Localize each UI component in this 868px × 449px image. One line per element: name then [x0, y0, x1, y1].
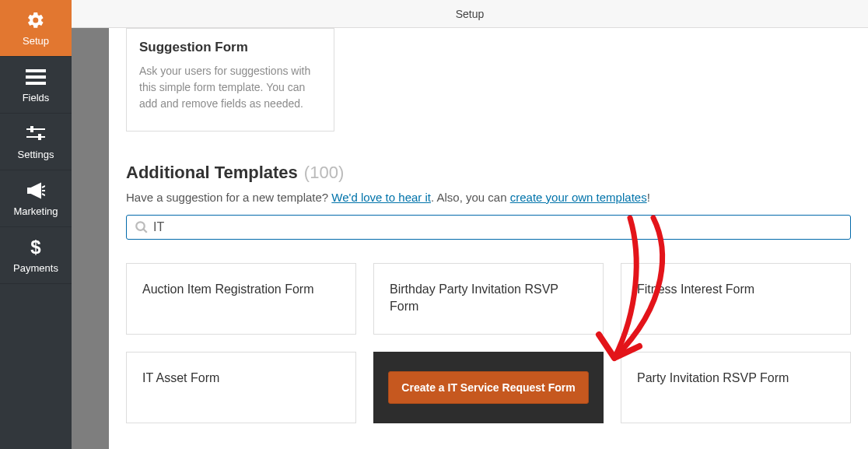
- bullhorn-icon: [26, 181, 45, 201]
- page-title: Setup: [456, 8, 485, 20]
- section-heading: Additional Templates: [126, 163, 298, 183]
- svg-line-9: [143, 229, 147, 233]
- suggest-link[interactable]: We'd love to hear it: [331, 191, 431, 204]
- additional-templates-header: Additional Templates (100): [126, 163, 851, 183]
- template-name: Birthday Party Invitation RSVP Form: [390, 281, 587, 316]
- template-search-box[interactable]: [126, 215, 851, 240]
- template-name: Party Invitation RSVP Form: [637, 370, 789, 387]
- content-area: Suggestion Form Ask your users for sugge…: [109, 28, 868, 449]
- gear-icon: [26, 10, 45, 30]
- create-template-button[interactable]: Create a IT Service Request Form: [388, 371, 588, 404]
- dollar-icon: $: [30, 237, 42, 258]
- topbar: Setup: [72, 0, 868, 28]
- svg-rect-3: [26, 128, 45, 130]
- template-card-hover[interactable]: Create a IT Service Request Form: [373, 352, 604, 423]
- search-input[interactable]: [153, 220, 842, 234]
- svg-rect-4: [30, 126, 33, 132]
- sidebar-item-payments[interactable]: $ Payments: [0, 227, 72, 284]
- svg-rect-5: [26, 136, 45, 138]
- template-card[interactable]: Party Invitation RSVP Form: [621, 352, 851, 423]
- sidebar-item-setup[interactable]: Setup: [0, 0, 72, 57]
- sidebar-item-marketing[interactable]: Marketing: [0, 170, 72, 227]
- suggestion-form-card[interactable]: Suggestion Form Ask your users for sugge…: [126, 28, 334, 132]
- card-title: Suggestion Form: [139, 40, 321, 55]
- sidebar-item-label: Fields: [23, 92, 50, 103]
- svg-rect-0: [26, 69, 46, 72]
- sidebar-item-label: Payments: [13, 262, 58, 274]
- help-suffix: !: [647, 191, 650, 204]
- sidebar-item-settings[interactable]: Settings: [0, 114, 72, 170]
- template-card[interactable]: IT Asset Form: [126, 352, 356, 423]
- help-prefix: Have a suggestion for a new template?: [126, 191, 331, 204]
- sidebar-item-label: Setup: [23, 35, 49, 47]
- card-desc: Ask your users for suggestions with this…: [139, 63, 321, 112]
- svg-text:$: $: [30, 238, 41, 257]
- create-own-link[interactable]: create your own templates: [510, 191, 647, 204]
- gap-strip: [72, 28, 109, 449]
- template-card[interactable]: Auction Item Registration Form: [126, 263, 356, 335]
- svg-rect-6: [38, 134, 41, 140]
- list-icon: [26, 67, 46, 87]
- sidebar: Setup Fields Settings Marketing $ Paymen…: [0, 0, 72, 449]
- sidebar-item-label: Marketing: [13, 205, 58, 217]
- help-mid: . Also, you can: [431, 191, 510, 204]
- sidebar-item-fields[interactable]: Fields: [0, 57, 72, 114]
- template-count: (100): [304, 163, 344, 183]
- svg-rect-2: [26, 82, 46, 85]
- template-name: Auction Item Registration Form: [142, 281, 314, 298]
- svg-point-8: [136, 222, 145, 230]
- template-card[interactable]: Fitness Interest Form: [621, 263, 851, 335]
- template-name: Fitness Interest Form: [637, 281, 754, 298]
- sliders-icon: [26, 124, 45, 144]
- template-name: IT Asset Form: [142, 370, 219, 387]
- sidebar-item-label: Settings: [18, 149, 54, 160]
- template-card[interactable]: Birthday Party Invitation RSVP Form: [373, 263, 604, 335]
- help-text: Have a suggestion for a new template? We…: [126, 191, 851, 204]
- svg-rect-1: [26, 75, 46, 79]
- templates-grid: Auction Item Registration Form Birthday …: [126, 263, 851, 423]
- search-icon: [135, 220, 149, 234]
